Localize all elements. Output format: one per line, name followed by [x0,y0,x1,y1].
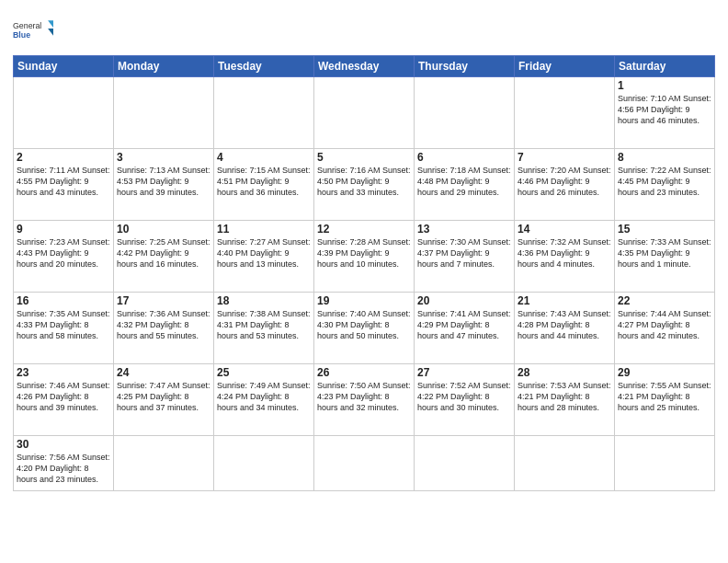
day-number: 24 [117,366,210,379]
calendar-cell: 21Sunrise: 7:43 AM Sunset: 4:28 PM Dayli… [515,293,615,364]
day-info: Sunrise: 7:52 AM Sunset: 4:22 PM Dayligh… [417,380,511,413]
calendar-cell: 25Sunrise: 7:49 AM Sunset: 4:24 PM Dayli… [214,364,314,436]
calendar-cell: 17Sunrise: 7:36 AM Sunset: 4:32 PM Dayli… [114,293,214,364]
calendar-week-row: 9Sunrise: 7:23 AM Sunset: 4:43 PM Daylig… [14,221,715,293]
weekday-header-wednesday: Wednesday [314,56,415,77]
calendar-cell: 13Sunrise: 7:30 AM Sunset: 4:37 PM Dayli… [415,221,515,293]
calendar-cell [515,77,615,149]
weekday-header-sunday: Sunday [14,56,114,77]
calendar-cell: 5Sunrise: 7:16 AM Sunset: 4:50 PM Daylig… [314,149,415,221]
calendar-cell [114,436,214,491]
day-number: 10 [117,223,210,236]
day-number: 22 [618,294,711,307]
calendar-cell [314,436,415,491]
day-number: 9 [17,223,110,236]
calendar-cell: 15Sunrise: 7:33 AM Sunset: 4:35 PM Dayli… [615,221,715,293]
day-info: Sunrise: 7:23 AM Sunset: 4:43 PM Dayligh… [17,236,110,270]
calendar-cell: 14Sunrise: 7:32 AM Sunset: 4:36 PM Dayli… [515,221,615,293]
calendar-cell: 24Sunrise: 7:47 AM Sunset: 4:25 PM Dayli… [114,364,214,436]
day-number: 25 [217,366,311,379]
day-info: Sunrise: 7:22 AM Sunset: 4:45 PM Dayligh… [618,165,711,198]
calendar-week-row: 2Sunrise: 7:11 AM Sunset: 4:55 PM Daylig… [14,149,715,221]
calendar-cell: 7Sunrise: 7:20 AM Sunset: 4:46 PM Daylig… [515,149,615,221]
day-info: Sunrise: 7:56 AM Sunset: 4:20 PM Dayligh… [17,452,110,485]
calendar-cell [415,436,515,491]
day-info: Sunrise: 7:10 AM Sunset: 4:56 PM Dayligh… [618,93,711,126]
day-number: 16 [17,294,110,307]
day-info: Sunrise: 7:50 AM Sunset: 4:23 PM Dayligh… [317,380,411,413]
weekday-header-monday: Monday [114,56,214,77]
calendar-week-row: 16Sunrise: 7:35 AM Sunset: 4:33 PM Dayli… [14,293,715,364]
calendar-cell: 10Sunrise: 7:25 AM Sunset: 4:42 PM Dayli… [114,221,214,293]
day-number: 3 [117,151,210,164]
calendar-cell [114,77,214,149]
day-number: 13 [417,223,511,236]
day-number: 23 [17,366,110,379]
day-number: 2 [17,151,110,164]
header: General Blue [13,9,715,50]
day-info: Sunrise: 7:13 AM Sunset: 4:53 PM Dayligh… [117,165,210,198]
svg-text:General: General [13,21,41,30]
day-info: Sunrise: 7:41 AM Sunset: 4:29 PM Dayligh… [417,308,511,341]
calendar-cell: 26Sunrise: 7:50 AM Sunset: 4:23 PM Dayli… [314,364,415,436]
calendar-cell: 1Sunrise: 7:10 AM Sunset: 4:56 PM Daylig… [615,77,715,149]
calendar-cell: 27Sunrise: 7:52 AM Sunset: 4:22 PM Dayli… [415,364,515,436]
day-info: Sunrise: 7:44 AM Sunset: 4:27 PM Dayligh… [618,308,711,341]
calendar-cell: 19Sunrise: 7:40 AM Sunset: 4:30 PM Dayli… [314,293,415,364]
day-info: Sunrise: 7:53 AM Sunset: 4:21 PM Dayligh… [518,380,611,413]
day-number: 15 [618,223,711,236]
calendar-week-row: 30Sunrise: 7:56 AM Sunset: 4:20 PM Dayli… [14,436,715,491]
day-info: Sunrise: 7:15 AM Sunset: 4:51 PM Dayligh… [217,165,311,198]
day-info: Sunrise: 7:20 AM Sunset: 4:46 PM Dayligh… [518,165,611,198]
day-info: Sunrise: 7:40 AM Sunset: 4:30 PM Dayligh… [317,308,411,341]
page: General Blue SundayMondayTuesdayWednesda… [0,0,728,563]
weekday-header-friday: Friday [515,56,615,77]
calendar-cell: 4Sunrise: 7:15 AM Sunset: 4:51 PM Daylig… [214,149,314,221]
weekday-header-tuesday: Tuesday [214,56,314,77]
day-number: 29 [618,366,711,379]
calendar-cell: 9Sunrise: 7:23 AM Sunset: 4:43 PM Daylig… [14,221,114,293]
day-info: Sunrise: 7:11 AM Sunset: 4:55 PM Dayligh… [17,165,110,198]
day-number: 4 [217,151,311,164]
calendar-week-row: 23Sunrise: 7:46 AM Sunset: 4:26 PM Dayli… [14,364,715,436]
day-info: Sunrise: 7:43 AM Sunset: 4:28 PM Dayligh… [518,308,611,341]
day-number: 18 [217,294,311,307]
day-number: 7 [518,151,611,164]
day-number: 5 [317,151,411,164]
calendar-cell: 18Sunrise: 7:38 AM Sunset: 4:31 PM Dayli… [214,293,314,364]
calendar-cell: 30Sunrise: 7:56 AM Sunset: 4:20 PM Dayli… [14,436,114,491]
calendar-cell: 20Sunrise: 7:41 AM Sunset: 4:29 PM Dayli… [415,293,515,364]
day-info: Sunrise: 7:49 AM Sunset: 4:24 PM Dayligh… [217,380,311,413]
day-number: 11 [217,223,311,236]
day-info: Sunrise: 7:32 AM Sunset: 4:36 PM Dayligh… [518,236,611,270]
logo-svg: General Blue [13,9,53,50]
calendar-cell [415,77,515,149]
day-number: 12 [317,223,411,236]
day-number: 17 [117,294,210,307]
weekday-header-saturday: Saturday [615,56,715,77]
weekday-header-thursday: Thursday [415,56,515,77]
logo: General Blue [13,9,53,50]
calendar-cell [14,77,114,149]
day-number: 1 [618,79,711,92]
day-number: 8 [618,151,711,164]
day-info: Sunrise: 7:55 AM Sunset: 4:21 PM Dayligh… [618,380,711,413]
calendar-week-row: 1Sunrise: 7:10 AM Sunset: 4:56 PM Daylig… [14,77,715,149]
calendar-cell: 3Sunrise: 7:13 AM Sunset: 4:53 PM Daylig… [114,149,214,221]
calendar-cell: 29Sunrise: 7:55 AM Sunset: 4:21 PM Dayli… [615,364,715,436]
day-info: Sunrise: 7:27 AM Sunset: 4:40 PM Dayligh… [217,236,311,270]
calendar-cell: 6Sunrise: 7:18 AM Sunset: 4:48 PM Daylig… [415,149,515,221]
day-info: Sunrise: 7:36 AM Sunset: 4:32 PM Dayligh… [117,308,210,341]
calendar-cell: 22Sunrise: 7:44 AM Sunset: 4:27 PM Dayli… [615,293,715,364]
day-info: Sunrise: 7:33 AM Sunset: 4:35 PM Dayligh… [618,236,711,270]
calendar-cell [314,77,415,149]
svg-marker-2 [48,20,53,28]
svg-text:Blue: Blue [13,30,30,40]
day-info: Sunrise: 7:46 AM Sunset: 4:26 PM Dayligh… [17,380,110,413]
calendar-cell [515,436,615,491]
calendar-cell: 28Sunrise: 7:53 AM Sunset: 4:21 PM Dayli… [515,364,615,436]
day-number: 26 [317,366,411,379]
calendar-cell: 16Sunrise: 7:35 AM Sunset: 4:33 PM Dayli… [14,293,114,364]
day-info: Sunrise: 7:16 AM Sunset: 4:50 PM Dayligh… [317,165,411,198]
day-info: Sunrise: 7:25 AM Sunset: 4:42 PM Dayligh… [117,236,210,270]
